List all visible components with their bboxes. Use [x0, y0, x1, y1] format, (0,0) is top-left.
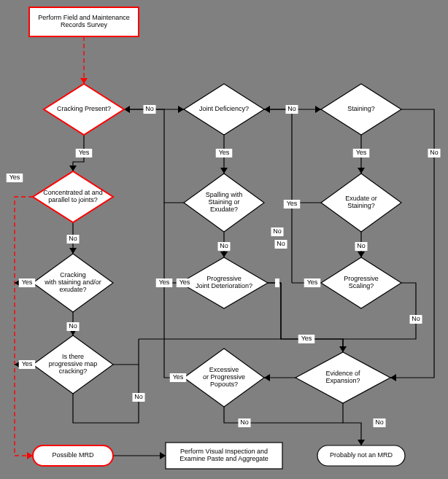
svg-marker-0	[80, 78, 88, 84]
node-label-spallingWith: Exudate?	[210, 206, 238, 213]
node-label-progressiveScaling: Scaling?	[349, 282, 374, 289]
edge-label: No	[145, 105, 154, 112]
node-label-concentrated: Concentrated at and	[43, 189, 103, 196]
node-label-progressiveScaling: Progressive	[344, 275, 379, 282]
svg-marker-17	[264, 374, 270, 381]
node-label-exudateOrStaining: Exudate or	[345, 195, 377, 202]
node-label-concentrated: parallel to joints?	[48, 196, 98, 203]
edge-label: No	[430, 149, 439, 156]
svg-marker-11	[264, 106, 270, 113]
node-label-evidenceExpansion: Expansion?	[325, 377, 360, 384]
svg-marker-3	[315, 106, 321, 113]
svg-marker-8	[69, 248, 77, 254]
edge-label: Yes	[22, 360, 33, 367]
edge-label: Yes	[159, 279, 170, 286]
node-label-spallingWith: Spalling with	[206, 191, 243, 198]
edge-label: No	[134, 393, 143, 400]
edge-label: No	[273, 227, 282, 235]
edge-label: No	[375, 418, 384, 426]
node-label-excessivePopouts: Popouts?	[210, 381, 238, 388]
node-label-staining: Staining?	[347, 105, 375, 112]
edge-label: No	[357, 242, 366, 249]
svg-marker-10	[220, 252, 228, 257]
node-label-spallingWith: Staining or	[208, 198, 239, 206]
node-label-isThereMap: cracking?	[59, 367, 88, 375]
edge-label: Yes	[22, 279, 33, 286]
edge-label: No	[69, 322, 77, 330]
node-label-excessivePopouts: Excessive	[209, 366, 239, 373]
edge-label: No	[412, 315, 420, 322]
edge-label: Yes	[9, 174, 20, 181]
node-label-jointDeficiency: Joint Deficiency?	[199, 105, 249, 112]
node-label-crackingPresent: Cracking Present?	[57, 105, 111, 112]
svg-marker-1	[69, 165, 77, 171]
edge-label: No	[220, 242, 228, 249]
node-label-start: Records Survey	[61, 21, 108, 28]
node-label-crackingWithStaining: with staining and/or	[44, 279, 101, 286]
node-label-possibleMRD: Possible MRD	[52, 451, 94, 459]
svg-marker-7	[27, 452, 33, 459]
edge-label: Yes	[287, 200, 298, 207]
edge-label: No	[287, 105, 296, 112]
svg-marker-12	[358, 252, 365, 257]
edge-label: No	[69, 235, 77, 242]
node-label-isThereMap: progressive map	[49, 360, 98, 367]
edge-label: Yes	[179, 279, 190, 286]
edge-label: Yes	[79, 149, 90, 156]
svg-marker-18	[358, 440, 365, 445]
flowchart: Perform Field and MaintenanceRecords Sur…	[0, 0, 448, 479]
node-label-exudateOrStaining: Staining?	[347, 202, 375, 209]
svg-marker-19	[160, 452, 166, 459]
edge-label: No	[277, 240, 285, 247]
edge-label: Yes	[219, 149, 230, 156]
node-label-crackingWithStaining: Cracking	[60, 271, 86, 279]
svg-rect-36	[275, 279, 279, 287]
node-label-isThereMap: Is there	[62, 353, 84, 360]
node-label-progressiveJoint: Joint Deterioration?	[196, 282, 252, 289]
svg-marker-4	[220, 168, 228, 174]
node-label-evidenceExpansion: Evidence of	[325, 370, 360, 377]
node-label-performVisual: Examine Paste and Aggregate	[179, 455, 269, 462]
edge-label: Yes	[356, 149, 367, 156]
node-label-probablyNot: Probably not an MRD	[330, 451, 393, 459]
node-label-performVisual: Perform Visual Inspection and	[180, 448, 268, 455]
edge-label: No	[240, 418, 249, 426]
node-label-excessivePopouts: or Progressive	[203, 373, 245, 381]
svg-marker-2	[178, 106, 184, 113]
edge-label: Yes	[301, 335, 312, 342]
edge-label: Yes	[307, 279, 318, 286]
svg-marker-15	[339, 346, 347, 352]
edge-label: Yes	[173, 373, 184, 381]
node-label-progressiveJoint: Progressive	[206, 275, 242, 282]
svg-marker-5	[358, 168, 365, 174]
node-label-start: Perform Field and Maintenance	[38, 14, 130, 21]
node-label-crackingWithStaining: exudate?	[59, 286, 86, 293]
